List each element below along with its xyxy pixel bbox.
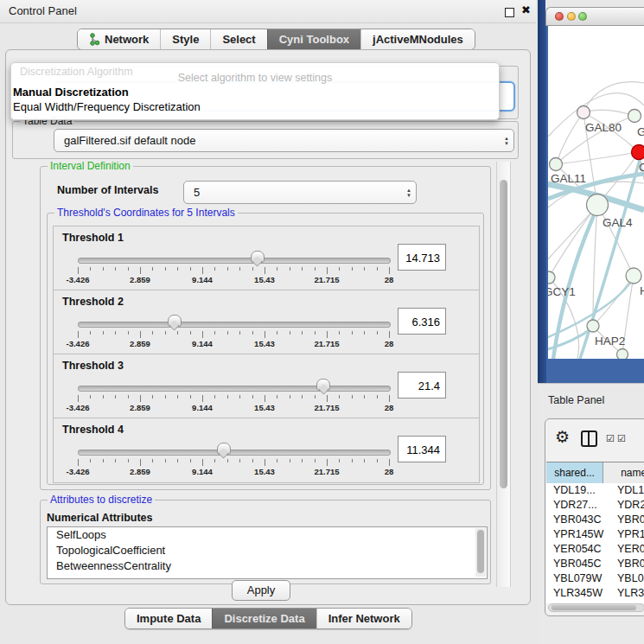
cell-shared-name[interactable]: YLR345W bbox=[546, 586, 611, 601]
network-canvas[interactable]: GAL80GACGAL11GAL4GCY1HHAP2 bbox=[548, 26, 644, 359]
checkbox-icon[interactable]: ☑ bbox=[617, 434, 626, 443]
cell-name[interactable]: YBR0 bbox=[611, 513, 644, 527]
table-row[interactable]: YBR043CYBR0 bbox=[546, 513, 644, 527]
table-panel: ⚙ ☑ ☑ shared... name YDL19...YDL1YDR27..… bbox=[545, 418, 644, 616]
slider-tick bbox=[327, 395, 328, 402]
slider-tick bbox=[115, 459, 116, 462]
network-node[interactable] bbox=[617, 349, 628, 360]
network-edge[interactable] bbox=[583, 110, 634, 116]
tab-select[interactable]: Select bbox=[210, 29, 266, 49]
threshold-value-field[interactable]: 14.713 bbox=[398, 244, 446, 271]
settings-scrollbar-track[interactable] bbox=[496, 162, 511, 587]
slider-thumb[interactable] bbox=[217, 443, 231, 455]
slider-tick bbox=[364, 267, 365, 271]
tab-cyni-toolbox[interactable]: Cyni Toolbox bbox=[267, 29, 360, 49]
network-node-gcy1[interactable] bbox=[548, 271, 555, 284]
settings-scrollbar-thumb[interactable] bbox=[500, 180, 507, 488]
attribute-list-item[interactable]: BetweennessCentrality bbox=[48, 558, 487, 574]
attribute-list-item[interactable]: TopologicalCoefficient bbox=[48, 543, 487, 558]
tab-impute-data[interactable]: Impute Data bbox=[125, 609, 212, 628]
cell-shared-name[interactable]: YDR27... bbox=[546, 498, 611, 513]
slider-thumb[interactable] bbox=[168, 315, 182, 327]
slider-tick bbox=[202, 267, 203, 274]
table-row[interactable]: YER054CYER0 bbox=[546, 542, 644, 557]
cell-name[interactable]: YPR1 bbox=[611, 527, 644, 542]
network-node-gal4[interactable] bbox=[587, 194, 609, 216]
combo-stepper-icon: ▲▼ bbox=[402, 188, 416, 198]
tab-discretize-data[interactable]: Discretize Data bbox=[212, 609, 316, 628]
tab-label: jActiveMNodules bbox=[373, 29, 463, 49]
algorithm-option-equal-width[interactable]: Equal Width/Frequency Discretization bbox=[13, 100, 201, 113]
slider-track[interactable] bbox=[78, 322, 391, 328]
slider-tick bbox=[214, 395, 215, 399]
gear-icon[interactable]: ⚙ bbox=[555, 429, 570, 445]
table-hscrollbar-thumb[interactable] bbox=[552, 605, 636, 610]
table-hscrollbar-track[interactable] bbox=[548, 603, 644, 612]
slider-track[interactable] bbox=[78, 450, 391, 456]
slider-track[interactable] bbox=[78, 258, 391, 264]
tab-style[interactable]: Style bbox=[160, 29, 210, 49]
network-icon bbox=[89, 33, 100, 46]
threshold-value-field[interactable]: 6.316 bbox=[398, 308, 446, 335]
cell-name[interactable]: YDR2 bbox=[611, 498, 644, 513]
slider-tick-label: 21.715 bbox=[301, 403, 353, 412]
network-node-c[interactable] bbox=[632, 145, 644, 160]
cell-shared-name[interactable]: YDL19... bbox=[546, 483, 611, 498]
table-row[interactable]: YBL079WYBL0 bbox=[546, 571, 644, 586]
column-header-shared[interactable]: shared... bbox=[546, 462, 603, 483]
algorithm-option-manual[interactable]: Manual Discretization bbox=[13, 86, 129, 99]
network-edge[interactable] bbox=[556, 112, 583, 164]
table-row[interactable]: YDL19...YDL1 bbox=[546, 483, 644, 498]
thresholds-group: Threshold's Coordinates for 5 Intervals … bbox=[47, 213, 484, 485]
table-row[interactable]: YLR345WYLR3 bbox=[546, 586, 644, 601]
close-icon[interactable]: ✖ bbox=[521, 3, 531, 16]
apply-button[interactable]: Apply bbox=[232, 580, 290, 601]
slider-thumb[interactable] bbox=[251, 251, 265, 263]
number-of-intervals-combobox[interactable]: 5 ▲▼ bbox=[183, 181, 417, 204]
tab-jactivemnodules[interactable]: jActiveMNodules bbox=[360, 29, 475, 49]
tab-infer-network[interactable]: Infer Network bbox=[316, 609, 411, 628]
cell-name[interactable]: YER0 bbox=[611, 542, 644, 557]
cell-shared-name[interactable]: YBR045C bbox=[546, 557, 611, 571]
cell-name[interactable]: YLR3 bbox=[611, 586, 644, 601]
cell-shared-name[interactable]: YBR043C bbox=[546, 513, 611, 527]
zoom-traffic-light-icon[interactable] bbox=[578, 12, 587, 21]
minimize-traffic-light-icon[interactable] bbox=[567, 12, 576, 21]
table-row[interactable]: YPR145WYPR1 bbox=[546, 527, 644, 542]
cell-shared-name[interactable]: YPR145W bbox=[546, 527, 611, 542]
float-window-icon[interactable] bbox=[505, 8, 514, 17]
network-node-hap2[interactable] bbox=[587, 320, 599, 332]
cell-shared-name[interactable]: YER054C bbox=[546, 542, 611, 557]
cell-name[interactable]: YBR0 bbox=[611, 557, 644, 571]
cell-shared-name[interactable]: YBL079W bbox=[546, 571, 611, 586]
network-edge[interactable] bbox=[583, 82, 644, 112]
list-scrollbar[interactable] bbox=[475, 528, 486, 577]
table-data-combobox[interactable]: galFiltered.sif default node ▲▼ bbox=[54, 129, 514, 152]
slider-tick bbox=[339, 395, 340, 399]
slider-tick-label: -3.426 bbox=[52, 339, 104, 348]
cell-name[interactable]: YDL1 bbox=[611, 483, 644, 498]
slider-tick bbox=[327, 331, 328, 338]
network-node-h[interactable] bbox=[626, 268, 641, 284]
split-view-icon[interactable] bbox=[581, 430, 597, 447]
threshold-value-field[interactable]: 21.4 bbox=[398, 372, 446, 399]
cell-name[interactable]: YBL0 bbox=[611, 571, 644, 586]
network-node-ga[interactable] bbox=[628, 110, 641, 123]
slider-tick-label: 9.144 bbox=[176, 467, 228, 476]
threshold-value-field[interactable]: 11.344 bbox=[398, 436, 446, 462]
network-node-gal11[interactable] bbox=[550, 158, 563, 171]
tab-network[interactable]: Network bbox=[78, 29, 160, 49]
column-header-name[interactable]: name bbox=[603, 462, 644, 483]
attribute-list-item[interactable]: SelfLoops bbox=[48, 527, 487, 543]
table-row[interactable]: YDR27...YDR2 bbox=[546, 498, 644, 513]
table-row[interactable]: YBR045CYBR0 bbox=[546, 557, 644, 571]
numerical-attributes-list[interactable]: SelfLoopsTopologicalCoefficientBetweenne… bbox=[47, 526, 488, 579]
close-traffic-light-icon[interactable] bbox=[555, 12, 564, 21]
network-node-gal80[interactable] bbox=[577, 106, 590, 119]
checkbox-icon[interactable]: ☑ bbox=[606, 434, 615, 443]
slider-tick-label: 15.43 bbox=[239, 339, 290, 348]
slider-tick bbox=[177, 267, 178, 271]
slider-thumb[interactable] bbox=[316, 379, 330, 391]
slider-track[interactable] bbox=[78, 386, 391, 392]
slider-tick-label: 21.715 bbox=[301, 467, 353, 476]
